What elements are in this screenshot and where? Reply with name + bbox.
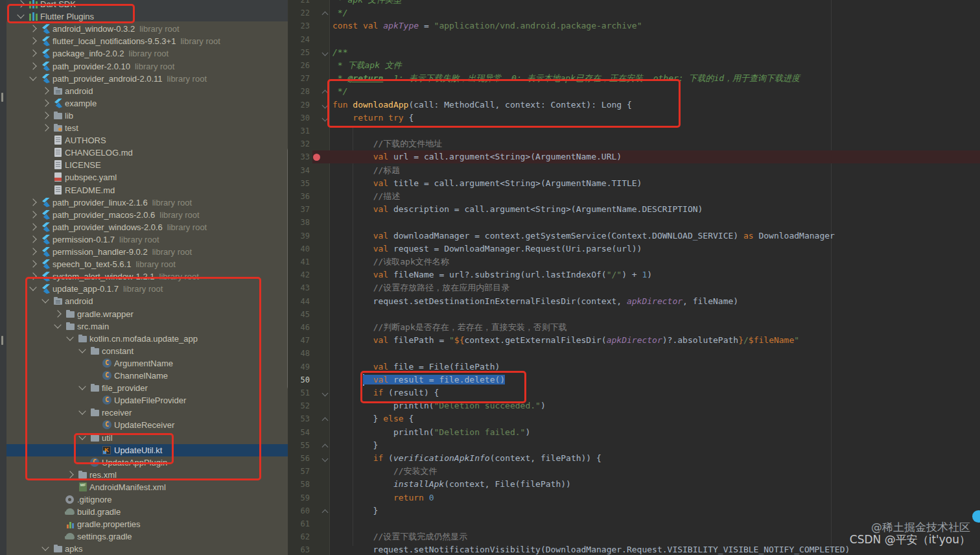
line-number[interactable]: 38 xyxy=(288,216,310,229)
line-number[interactable]: 54 xyxy=(288,426,310,439)
line-number[interactable]: 49 xyxy=(288,360,310,373)
chevron-right-icon[interactable] xyxy=(41,87,49,94)
line-number[interactable]: 34 xyxy=(288,164,310,177)
chevron-down-icon[interactable] xyxy=(78,432,86,440)
tree-item-kotlin-cn-mofada-update-app[interactable]: kotlin.cn.mofada.update_app xyxy=(6,333,288,345)
line-number[interactable]: 43 xyxy=(288,281,310,294)
chevron-right-icon[interactable] xyxy=(29,260,36,267)
chevron-right-icon[interactable] xyxy=(17,0,24,7)
fold-marker-icon[interactable] xyxy=(322,12,329,18)
chevron-right-icon[interactable] xyxy=(29,38,36,45)
tree-item-android[interactable]: android xyxy=(6,85,288,97)
editor-line-55[interactable]: 55 } xyxy=(288,439,980,452)
line-number[interactable]: 23 xyxy=(288,19,310,32)
chevron-down-icon[interactable] xyxy=(78,383,86,390)
tree-item-update-app-0-1-7[interactable]: update_app-0.1.7library root xyxy=(6,283,288,295)
editor-line-37[interactable]: 37 val description = call.argument<Strin… xyxy=(288,203,980,216)
chevron-right-icon[interactable] xyxy=(29,235,36,242)
chevron-down-icon[interactable] xyxy=(29,284,36,291)
editor-line-25[interactable]: 25/** xyxy=(288,46,980,59)
chevron-right-icon[interactable] xyxy=(29,50,36,57)
editor-line-36[interactable]: 36 //描述 xyxy=(288,190,980,203)
editor-line-33[interactable]: 33 val url = call.argument<String>(Argum… xyxy=(288,150,980,163)
fold-marker-icon[interactable] xyxy=(322,90,329,97)
line-number[interactable]: 37 xyxy=(288,203,310,216)
editor-line-31[interactable]: 31 xyxy=(288,124,980,137)
editor-line-40[interactable]: 40 val request = DownloadManager.Request… xyxy=(288,242,980,255)
editor-line-57[interactable]: 57 //安装文件 xyxy=(288,465,980,478)
tree-item-readme-md[interactable]: README.md xyxy=(6,184,288,196)
line-number[interactable]: 21 xyxy=(288,0,310,6)
line-number[interactable]: 22 xyxy=(288,6,310,19)
editor-line-39[interactable]: 39 val downloadManager = context.getSyst… xyxy=(288,230,980,242)
tree-item-flutter-local-notifications-9-5-3-1[interactable]: flutter_local_notifications-9.5.3+1libra… xyxy=(6,35,288,47)
tree-item-gradle-properties[interactable]: gradle.properties xyxy=(6,518,288,530)
editor-panel[interactable]: 21 * apk 文件类型22 */23const val apkType = … xyxy=(288,0,980,555)
line-number[interactable]: 48 xyxy=(288,347,310,360)
tree-item-updateappplugin[interactable]: UpdateAppPlugin xyxy=(6,456,288,469)
tree-item-channelname[interactable]: ChannelName xyxy=(6,370,288,382)
fold-marker-icon[interactable] xyxy=(322,509,329,515)
fold-marker-icon[interactable] xyxy=(322,102,329,108)
tree-item-path-provider-android-2-0-11[interactable]: path_provider_android-2.0.11library root xyxy=(6,73,288,85)
line-number[interactable]: 30 xyxy=(288,112,310,124)
tree-item-permission-0-1-7[interactable]: permission-0.1.7library root xyxy=(6,233,288,246)
editor-line-21[interactable]: 21 * apk 文件类型 xyxy=(288,0,980,6)
tree-item-argumentname[interactable]: ArgumentName xyxy=(6,357,288,370)
fold-marker-icon[interactable] xyxy=(322,456,329,462)
breakpoint-icon[interactable] xyxy=(313,154,320,161)
line-number[interactable]: 45 xyxy=(288,308,310,321)
fold-marker-icon[interactable] xyxy=(322,443,329,450)
tree-item-updateutil-kt[interactable]: UpdateUtil.kt xyxy=(6,444,288,456)
tree-item-android[interactable]: android xyxy=(6,295,288,307)
line-number[interactable]: 62 xyxy=(288,530,310,543)
chevron-right-icon[interactable] xyxy=(29,62,36,69)
editor-line-38[interactable]: 38 xyxy=(288,216,980,229)
chevron-right-icon[interactable] xyxy=(29,211,36,218)
editor-line-45[interactable]: 45 xyxy=(288,308,980,321)
editor-line-60[interactable]: 60 } xyxy=(288,504,980,517)
editor-line-46[interactable]: 46 //判断apk是否存在，若存在，直接安装，否则下载 xyxy=(288,321,980,334)
editor-line-54[interactable]: 54 println("Deletion failed.") xyxy=(288,426,980,439)
editor-line-29[interactable]: 29fun downloadApp(call: MethodCall, cont… xyxy=(288,99,980,112)
editor-line-52[interactable]: 52 println("Deletion succeeded.") xyxy=(288,399,980,412)
line-number[interactable]: 42 xyxy=(288,268,310,281)
editor-line-59[interactable]: 59 return 0 xyxy=(288,491,980,504)
tree-item-android-window-0-3-2[interactable]: android_window-0.3.2library root xyxy=(6,23,288,35)
line-number[interactable]: 44 xyxy=(288,295,310,308)
chevron-right-icon[interactable] xyxy=(41,112,49,119)
line-number[interactable]: 53 xyxy=(288,412,310,425)
tree-item-build-gradle[interactable]: build.gradle xyxy=(6,506,288,518)
chevron-down-icon[interactable] xyxy=(17,11,24,18)
line-number[interactable]: 26 xyxy=(288,59,310,72)
fold-marker-icon[interactable] xyxy=(322,49,329,56)
panel-divider[interactable] xyxy=(288,0,288,555)
editor-line-24[interactable]: 24 xyxy=(288,33,980,46)
line-number[interactable]: 40 xyxy=(288,242,310,255)
line-number[interactable]: 63 xyxy=(288,543,310,555)
tree-item-license[interactable]: LICENSE xyxy=(6,159,288,171)
fold-marker-icon[interactable] xyxy=(322,115,329,121)
tree-item-permission-handler-9-0-2[interactable]: permission_handler-9.0.2library root xyxy=(6,246,288,258)
line-number[interactable]: 61 xyxy=(288,517,310,530)
tree-item-path-provider-linux-2-1-6[interactable]: path_provider_linux-2.1.6library root xyxy=(6,196,288,209)
tree-item-src-main[interactable]: src.main xyxy=(6,320,288,333)
line-number[interactable]: 57 xyxy=(288,465,310,478)
line-number[interactable]: 46 xyxy=(288,321,310,334)
line-number[interactable]: 51 xyxy=(288,386,310,399)
line-number[interactable]: 41 xyxy=(288,255,310,268)
chevron-down-icon[interactable] xyxy=(29,73,36,80)
line-number[interactable]: 50 xyxy=(288,373,310,386)
line-number[interactable]: 25 xyxy=(288,46,310,59)
tree-item-speech-to-text-5-6-1[interactable]: speech_to_text-5.6.1library root xyxy=(6,258,288,270)
tree-item-updatefileprovider[interactable]: UpdateFileProvider xyxy=(6,394,288,407)
editor-line-34[interactable]: 34 //标题 xyxy=(288,164,980,177)
line-number[interactable]: 33 xyxy=(288,150,310,163)
tree-item-system-alert-window-1-2-1[interactable]: system_alert_window-1.2.1library root xyxy=(6,270,288,283)
fold-marker-icon[interactable] xyxy=(322,418,329,424)
line-number[interactable]: 31 xyxy=(288,124,310,137)
line-number[interactable]: 58 xyxy=(288,478,310,491)
tree-item-path-provider-2-0-10[interactable]: path_provider-2.0.10library root xyxy=(6,60,288,73)
line-number[interactable]: 60 xyxy=(288,504,310,517)
line-number[interactable]: 36 xyxy=(288,190,310,203)
